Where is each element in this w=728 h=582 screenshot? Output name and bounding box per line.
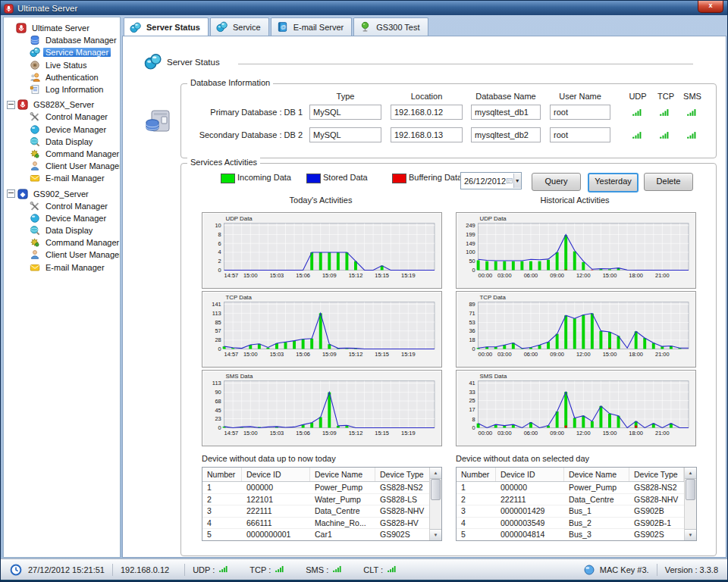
table-row[interactable]: 1000000Power_PumpGS828-NS2 [202, 482, 441, 494]
tree-expander-icon[interactable] [7, 101, 15, 109]
date-picker[interactable]: 26/12/2012 ▼ [460, 172, 522, 189]
table-cell: GS828-NHV [629, 494, 684, 505]
tree-item-command-manager[interactable]: Command Manager [5, 148, 120, 160]
svg-text:09:00: 09:00 [550, 351, 564, 358]
table-scrollbar[interactable]: ▲ ▼ [684, 468, 696, 540]
tree-item-client-user-manager[interactable]: Client User Manager [5, 249, 120, 261]
svg-text:15:00: 15:00 [243, 430, 258, 436]
tree-item-data-display[interactable]: Data Display [5, 224, 120, 236]
table-scrollbar[interactable]: ▲ ▼ [429, 468, 441, 540]
table-row[interactable]: 60100000000Fire_truck1GS902S [457, 541, 696, 542]
column-header[interactable]: Device Name [564, 468, 629, 481]
tree-item-data-display[interactable]: Data Display [5, 136, 120, 148]
tree-item-authentication[interactable]: Authentication [5, 71, 120, 83]
column-header[interactable]: Device ID [242, 468, 310, 481]
table-cell: GS828-NS2 [375, 482, 430, 493]
tree-item-device-manager[interactable]: Device Manager [5, 124, 120, 136]
scroll-up-button[interactable]: ▲ [685, 468, 696, 479]
scroll-up-button[interactable]: ▲ [430, 468, 441, 479]
table-row[interactable]: 2122101Water_PumpGS828-LS [202, 494, 441, 506]
svg-text:249: 249 [466, 222, 475, 229]
service-icon [30, 47, 40, 58]
column-header[interactable]: Device Type [629, 468, 684, 481]
tree-item-service-manager[interactable]: Service Manager [5, 46, 120, 58]
scroll-down-button[interactable]: ▼ [685, 529, 696, 540]
table-row[interactable]: 2222111Data_CentreGS828-NHV [457, 494, 696, 506]
table-cell: GS902S [375, 529, 430, 540]
column-header[interactable]: Number [202, 468, 242, 481]
table-row[interactable]: 30000001429Bus_1GS902B [457, 505, 696, 518]
tab-gs300-test[interactable]: GS300 Test [353, 17, 428, 36]
tab-label: Service [233, 23, 261, 32]
svg-text:09:00: 09:00 [550, 272, 564, 279]
column-header[interactable]: Number [457, 468, 496, 481]
scroll-down-button[interactable]: ▼ [430, 529, 441, 540]
live-icon [30, 60, 40, 70]
tab-e-mail-server[interactable]: @E-mail Server [271, 17, 353, 36]
svg-text:0: 0 [218, 424, 221, 431]
db-type-field-1[interactable] [309, 105, 381, 120]
db-user-field-2[interactable] [550, 127, 610, 142]
column-header[interactable]: Device ID [496, 468, 564, 481]
table-row[interactable]: 60000000002Car2GS902B [202, 541, 441, 542]
tree-item-label: GS902_Server [31, 189, 91, 199]
table-row[interactable]: 4666111Machine_Ro...GS828-HV [202, 518, 441, 530]
table-row[interactable]: 3222111Data_CentreGS828-NHV [202, 505, 441, 518]
tree-item-label: Device Manager [43, 214, 108, 223]
today-activities-title: Today's Activities [260, 196, 381, 205]
tree-item-log-information[interactable]: Log Information [5, 83, 120, 95]
table-row[interactable]: 50000000001Car1GS902S [202, 529, 441, 541]
scrollbar-thumb[interactable] [431, 479, 441, 500]
tree-item-control-manager[interactable]: Control Manager [5, 111, 120, 123]
data-icon [30, 225, 40, 236]
tree-item-database-manager[interactable]: Database Manager [5, 34, 120, 46]
date-dropdown-arrow[interactable]: ▼ [513, 174, 521, 188]
mac-key-label: MAC Key #3. [600, 565, 649, 574]
tree-item-command-manager[interactable]: Command Manager [5, 236, 120, 249]
command-icon [30, 149, 40, 159]
column-header[interactable]: Device Name [310, 468, 375, 481]
svg-text:UDP Data: UDP Data [480, 215, 507, 222]
command-icon [30, 237, 40, 248]
db-location-field-1[interactable] [391, 105, 463, 120]
tree-item-live-status[interactable]: Live Status [5, 59, 120, 71]
content-panel: Server Status Database Information TypeL… [122, 36, 726, 558]
db-db_name-field-2[interactable] [471, 127, 541, 142]
tree-item-gs828x-server[interactable]: GS828X_Server [5, 99, 120, 111]
calendar-icon [506, 176, 513, 186]
db-column-header: SMS [681, 92, 704, 101]
table-cell: 3 [457, 505, 496, 517]
emailbook-icon: @ [276, 21, 289, 33]
delete-button[interactable]: Delete [644, 173, 693, 191]
historical-device-table: NumberDevice IDDevice NameDevice Type100… [456, 467, 697, 541]
close-button[interactable]: x [698, 1, 723, 13]
db-type-field-2[interactable] [309, 127, 381, 142]
column-header[interactable]: Device Type [375, 468, 430, 481]
today-device-table: NumberDevice IDDevice NameDevice Type100… [202, 467, 442, 541]
svg-text:21:00: 21:00 [655, 272, 670, 279]
tree-item-e-mail-manager[interactable]: E-mail Manager [5, 261, 120, 274]
tab-service[interactable]: Service [210, 17, 269, 36]
tree-item-gs902-server[interactable]: GS902_Server [5, 187, 120, 199]
query-button[interactable]: Query [532, 173, 581, 191]
table-cell: 4 [457, 518, 496, 529]
db-row-label: Primary Database : DB 1 [181, 108, 303, 117]
tab-server-status[interactable]: Server Status [124, 17, 209, 36]
svg-text:2: 2 [218, 258, 221, 264]
db-db_name-field-1[interactable] [471, 105, 541, 120]
tree-item-ultimate-server[interactable]: Ultimate Server [5, 22, 120, 34]
tree-item-e-mail-manager[interactable]: E-mail Manager [5, 172, 120, 184]
tree-item-device-manager[interactable]: Device Manager [5, 212, 120, 224]
yesterday-button[interactable]: Yesterday [588, 173, 639, 192]
table-row[interactable]: 50000004814Bus_3GS902S [457, 529, 696, 541]
scrollbar-thumb[interactable] [686, 479, 695, 500]
client-icon [30, 249, 40, 260]
db-location-field-2[interactable] [391, 127, 463, 142]
tree-item-control-manager[interactable]: Control Manager [5, 200, 120, 212]
signal-bars-icon [218, 565, 230, 574]
db-user-field-1[interactable] [550, 105, 610, 120]
table-row[interactable]: 1000000Power_PumpGS828-NS2 [457, 482, 696, 494]
tree-item-client-user-manager[interactable]: Client User Manager [5, 160, 120, 172]
table-row[interactable]: 40000003549Bus_2GS902B-1 [457, 518, 696, 530]
tree-expander-icon[interactable] [7, 189, 15, 198]
